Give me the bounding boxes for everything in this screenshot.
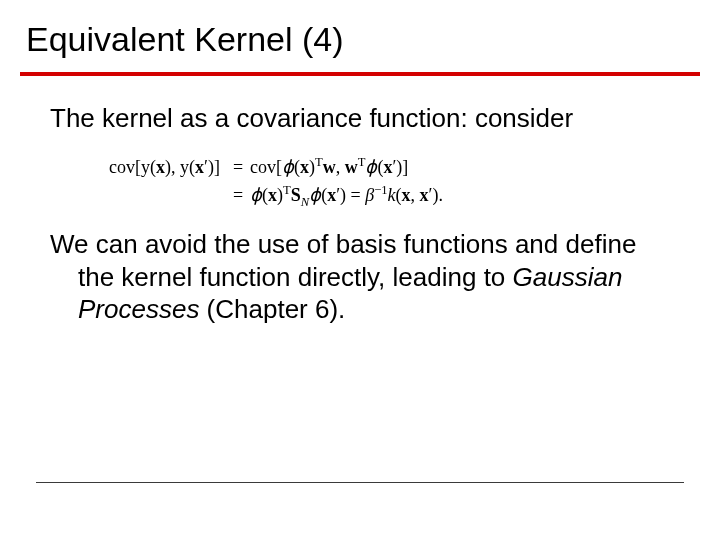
equation-rhs-2: ϕ(x)TSNϕ(x′) = β−1k(x, x′).: [250, 181, 670, 210]
title-underline: [20, 72, 700, 76]
paragraph-intro: The kernel as a covariance function: con…: [50, 102, 670, 135]
equation-line-1: cov[y(x), y(x′)] = cov[ϕ(x)Tw, wTϕ(x′)]: [90, 153, 670, 182]
footer-rule: [36, 482, 684, 483]
slide-title: Equivalent Kernel (4): [26, 20, 344, 59]
para2-text-b: (Chapter 6).: [199, 294, 345, 324]
equation-line-2: = ϕ(x)TSNϕ(x′) = β−1k(x, x′).: [90, 181, 670, 210]
slide-body: The kernel as a covariance function: con…: [50, 96, 670, 326]
equation-block: cov[y(x), y(x′)] = cov[ϕ(x)Tw, wTϕ(x′)] …: [90, 153, 670, 211]
equals-sign: =: [226, 181, 250, 210]
equation-rhs-1: cov[ϕ(x)Tw, wTϕ(x′)]: [250, 153, 670, 182]
paragraph-conclusion: We can avoid the use of basis functions …: [50, 228, 670, 326]
equals-sign: =: [226, 153, 250, 182]
slide: Equivalent Kernel (4) The kernel as a co…: [0, 0, 720, 540]
equation-lhs: cov[y(x), y(x′)]: [90, 153, 226, 182]
